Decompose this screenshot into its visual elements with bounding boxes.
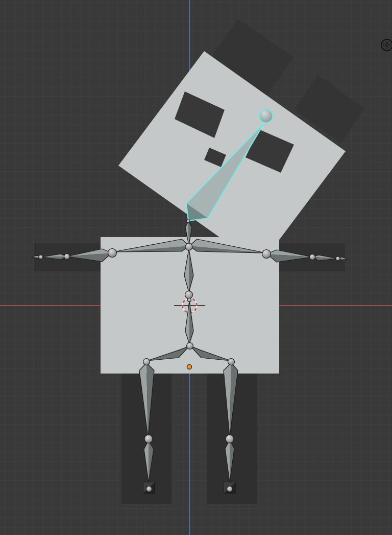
joint-foot-ball-l[interactable] <box>146 486 152 492</box>
blender-3d-viewport[interactable] <box>0 0 392 535</box>
joint-foot-ball-r[interactable] <box>227 486 233 492</box>
joint-chest-bottom[interactable] <box>185 291 193 299</box>
joint-knee-r[interactable] <box>226 435 234 443</box>
joint-head-base[interactable] <box>187 220 190 223</box>
joint-clav-center[interactable] <box>185 243 192 250</box>
joint-hip-l[interactable] <box>143 359 150 365</box>
joint-pelvis[interactable] <box>187 343 193 350</box>
joint-hip-r[interactable] <box>228 359 235 365</box>
viewport-canvas[interactable] <box>0 0 392 535</box>
joint-wrist-r[interactable] <box>336 257 340 261</box>
joint-elbow-r[interactable] <box>310 254 315 260</box>
origin-dot[interactable] <box>187 365 192 369</box>
joint-shoulder-l[interactable] <box>108 249 117 258</box>
joint-head-tip-selected[interactable] <box>259 109 273 123</box>
joint-abdomen-top[interactable] <box>188 298 191 302</box>
joint-knee-l[interactable] <box>144 435 153 443</box>
joint-shoulder-r[interactable] <box>262 250 271 259</box>
joint-wrist-l[interactable] <box>39 255 43 259</box>
joint-elbow-l[interactable] <box>64 254 70 260</box>
